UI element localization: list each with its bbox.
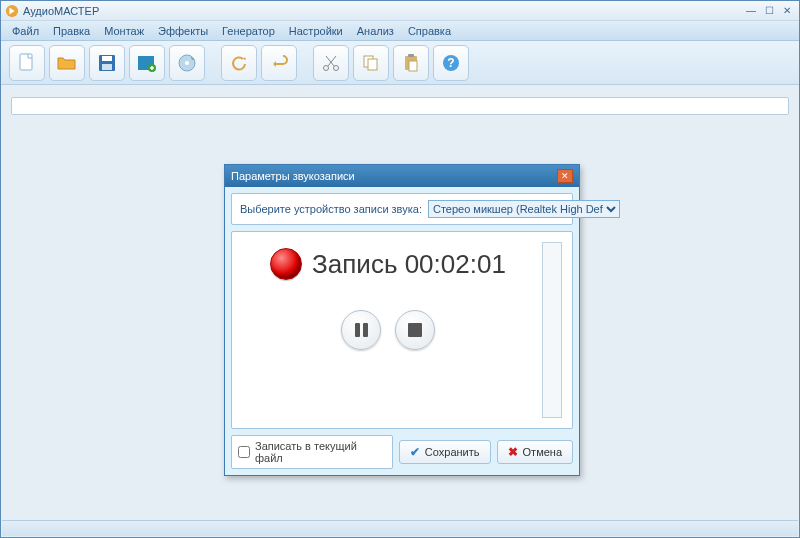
write-current-label: Записать в текущий файл: [255, 440, 386, 464]
svg-point-8: [185, 61, 189, 65]
svg-rect-15: [409, 61, 417, 71]
save-label: Сохранить: [425, 446, 480, 458]
toolbar: ?: [1, 41, 799, 85]
dialog-title-bar[interactable]: Параметры звукозаписи ✕: [225, 165, 579, 187]
dialog-title: Параметры звукозаписи: [231, 170, 557, 182]
copy-icon: [360, 52, 382, 74]
open-folder-icon: [56, 52, 78, 74]
app-title: АудиоМАСТЕР: [23, 5, 743, 17]
menu-generator[interactable]: Генератор: [215, 23, 282, 39]
save-button[interactable]: [89, 45, 125, 81]
svg-point-9: [324, 65, 329, 70]
stop-button[interactable]: [395, 310, 435, 350]
pause-button[interactable]: [341, 310, 381, 350]
recording-panel: Запись 00:02:01: [231, 231, 573, 429]
scissors-icon: [320, 52, 342, 74]
video-button[interactable]: [129, 45, 165, 81]
cancel-label: Отмена: [523, 446, 562, 458]
recording-text: Запись 00:02:01: [312, 249, 506, 280]
dialog-close-button[interactable]: ✕: [557, 169, 573, 183]
title-bar: АудиоМАСТЕР ― ☐ ✕: [1, 1, 799, 21]
recording-controls: [341, 310, 435, 350]
recording-dialog: Параметры звукозаписи ✕ Выберите устройс…: [224, 164, 580, 476]
cancel-icon: ✖: [508, 445, 518, 459]
write-current-checkbox[interactable]: [238, 446, 250, 458]
menu-file[interactable]: Файл: [5, 23, 46, 39]
menu-help[interactable]: Справка: [401, 23, 458, 39]
maximize-button[interactable]: ☐: [761, 4, 777, 18]
undo-arc-button[interactable]: [221, 45, 257, 81]
cancel-dialog-button[interactable]: ✖ Отмена: [497, 440, 573, 464]
copy-button[interactable]: [353, 45, 389, 81]
recording-main: Запись 00:02:01: [242, 242, 534, 418]
window-controls: ― ☐ ✕: [743, 4, 795, 18]
svg-rect-12: [368, 59, 377, 70]
device-label: Выберите устройство записи звука:: [240, 203, 422, 215]
svg-rect-14: [408, 54, 414, 57]
status-word: Запись: [312, 249, 397, 279]
menu-effects[interactable]: Эффекты: [151, 23, 215, 39]
dialog-footer: Записать в текущий файл ✔ Сохранить ✖ От…: [231, 435, 573, 469]
paste-icon: [400, 52, 422, 74]
menu-analysis[interactable]: Анализ: [350, 23, 401, 39]
help-button[interactable]: ?: [433, 45, 469, 81]
save-floppy-icon: [96, 52, 118, 74]
device-select[interactable]: Стерео микшер (Realtek High Def: [428, 200, 620, 218]
menu-edit[interactable]: Правка: [46, 23, 97, 39]
new-button[interactable]: [9, 45, 45, 81]
check-icon: ✔: [410, 445, 420, 459]
paste-button[interactable]: [393, 45, 429, 81]
undo-icon: [268, 52, 290, 74]
record-indicator-icon: [270, 248, 302, 280]
undo-arc-icon: [228, 52, 250, 74]
close-button[interactable]: ✕: [779, 4, 795, 18]
level-meter: [542, 242, 562, 418]
svg-rect-3: [102, 56, 112, 61]
undo-button[interactable]: [261, 45, 297, 81]
svg-rect-1: [20, 54, 32, 70]
menu-bar: Файл Правка Монтаж Эффекты Генератор Нас…: [1, 21, 799, 41]
open-button[interactable]: [49, 45, 85, 81]
recording-status: Запись 00:02:01: [270, 248, 506, 280]
app-icon: [5, 4, 19, 18]
svg-point-10: [334, 65, 339, 70]
cut-button[interactable]: [313, 45, 349, 81]
minimize-button[interactable]: ―: [743, 4, 759, 18]
save-dialog-button[interactable]: ✔ Сохранить: [399, 440, 491, 464]
svg-text:?: ?: [447, 56, 454, 70]
cd-button[interactable]: [169, 45, 205, 81]
svg-rect-4: [102, 64, 112, 70]
write-current-checkbox-row[interactable]: Записать в текущий файл: [231, 435, 393, 469]
menu-settings[interactable]: Настройки: [282, 23, 350, 39]
video-plus-icon: [136, 52, 158, 74]
help-icon: ?: [440, 52, 462, 74]
dialog-body: Выберите устройство записи звука: Стерео…: [225, 187, 579, 475]
disc-audio-icon: [176, 52, 198, 74]
stop-icon: [408, 323, 422, 337]
recording-timer: 00:02:01: [405, 249, 506, 279]
status-bar: [2, 520, 798, 536]
new-file-icon: [16, 52, 38, 74]
pause-icon: [355, 323, 368, 337]
workspace-track[interactable]: [11, 97, 789, 115]
menu-montage[interactable]: Монтаж: [97, 23, 151, 39]
device-selector-row: Выберите устройство записи звука: Стерео…: [231, 193, 573, 225]
